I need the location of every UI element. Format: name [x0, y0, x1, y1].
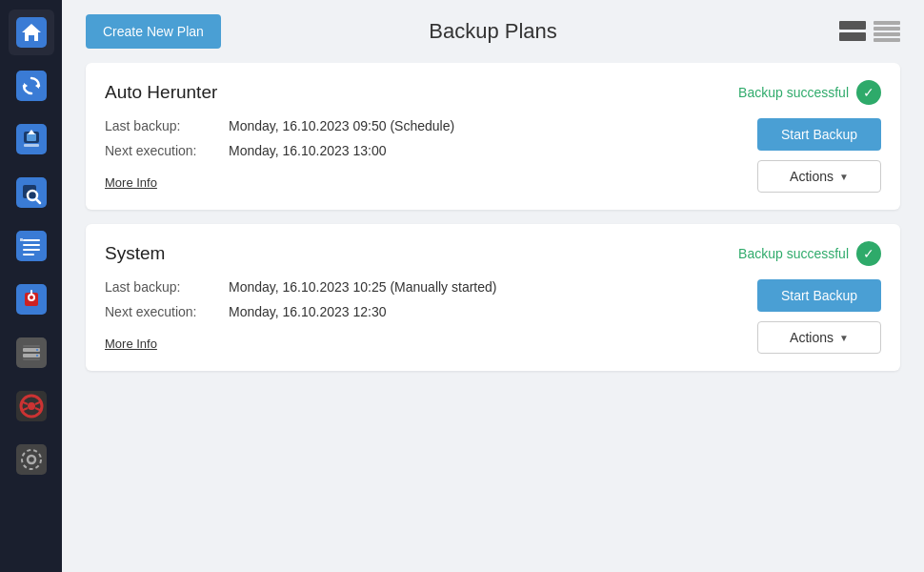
svg-rect-19 — [20, 238, 23, 241]
page-title: Backup Plans — [429, 19, 557, 44]
plan-name-1: Auto Herunter — [105, 82, 217, 103]
last-backup-row-1: Last backup: Monday, 16.10.2023 09:50 (S… — [105, 118, 729, 133]
sidebar-item-tasks[interactable] — [9, 223, 54, 269]
list-view-icon[interactable] — [874, 21, 900, 42]
plan-status-icon-2: ✓ — [856, 241, 881, 266]
svg-rect-44 — [874, 27, 900, 31]
last-backup-label-1: Last backup: — [105, 118, 229, 133]
plan-actions-2: Start Backup Actions ▼ — [748, 279, 881, 354]
sidebar-item-storage[interactable] — [9, 330, 54, 376]
plan-info-2: Last backup: Monday, 16.10.2023 10:25 (M… — [105, 279, 729, 354]
more-info-link-2[interactable]: More Info — [105, 337, 157, 351]
svg-rect-41 — [839, 21, 866, 30]
svg-rect-7 — [27, 133, 36, 141]
plan-name-2: System — [105, 243, 165, 264]
sidebar-item-search[interactable] — [9, 170, 54, 215]
svg-rect-38 — [16, 444, 47, 475]
svg-rect-15 — [23, 239, 40, 241]
sidebar — [0, 0, 62, 572]
start-backup-button-2[interactable]: Start Backup — [757, 279, 881, 312]
plan-info-1: Last backup: Monday, 16.10.2023 09:50 (S… — [105, 118, 729, 193]
svg-point-27 — [36, 349, 38, 351]
plan-card-2: System Backup successful ✓ Last backup: … — [86, 224, 900, 371]
svg-rect-43 — [874, 21, 900, 25]
plans-list: Auto Herunter Backup successful ✓ Last b… — [62, 63, 924, 395]
sidebar-item-home[interactable] — [9, 10, 54, 55]
actions-button-2[interactable]: Actions ▼ — [757, 321, 881, 354]
plan-status-icon-1: ✓ — [856, 80, 881, 105]
plan-body-1: Last backup: Monday, 16.10.2023 09:50 (S… — [105, 118, 881, 193]
next-execution-row-1: Next execution: Monday, 16.10.2023 13:00 — [105, 143, 729, 158]
svg-rect-17 — [23, 249, 40, 251]
last-backup-value-2: Monday, 16.10.2023 10:25 (Manually start… — [229, 279, 496, 295]
plan-status-text-2: Backup successful — [738, 246, 849, 261]
next-execution-value-2: Monday, 16.10.2023 12:30 — [229, 304, 387, 319]
view-toggle — [839, 21, 900, 42]
chevron-down-icon-2: ▼ — [839, 333, 849, 343]
sidebar-item-power[interactable] — [9, 276, 54, 322]
svg-rect-18 — [23, 254, 34, 255]
svg-rect-45 — [874, 32, 900, 36]
last-backup-row-2: Last backup: Monday, 16.10.2023 10:25 (M… — [105, 279, 729, 295]
plan-status-1: Backup successful ✓ — [738, 80, 881, 105]
plan-header-2: System Backup successful ✓ — [105, 241, 881, 266]
plan-body-2: Last backup: Monday, 16.10.2023 10:25 (M… — [105, 279, 881, 354]
page-header: Create New Plan Backup Plans — [62, 0, 924, 63]
next-execution-row-2: Next execution: Monday, 16.10.2023 12:30 — [105, 304, 729, 319]
sidebar-item-help[interactable] — [9, 383, 54, 429]
create-new-plan-button[interactable]: Create New Plan — [86, 14, 221, 49]
start-backup-button-1[interactable]: Start Backup — [757, 118, 881, 151]
sidebar-item-refresh[interactable] — [9, 63, 54, 109]
next-execution-label-1: Next execution: — [105, 143, 229, 158]
chevron-down-icon-1: ▼ — [839, 172, 849, 182]
svg-rect-9 — [24, 144, 39, 147]
last-backup-value-1: Monday, 16.10.2023 09:50 (Schedule) — [229, 118, 454, 133]
next-execution-value-1: Monday, 16.10.2023 13:00 — [229, 143, 387, 158]
plan-card-1: Auto Herunter Backup successful ✓ Last b… — [86, 63, 900, 210]
svg-rect-30 — [23, 358, 40, 360]
svg-point-28 — [36, 355, 38, 357]
svg-rect-24 — [16, 337, 47, 368]
sidebar-item-settings[interactable] — [9, 437, 54, 482]
svg-rect-2 — [16, 71, 47, 101]
svg-rect-46 — [874, 38, 900, 42]
svg-rect-29 — [23, 345, 40, 347]
svg-rect-16 — [23, 244, 40, 246]
main-content: Create New Plan Backup Plans — [62, 0, 924, 572]
plan-actions-1: Start Backup Actions ▼ — [748, 118, 881, 193]
compact-view-icon[interactable] — [839, 21, 866, 42]
svg-rect-42 — [839, 32, 866, 41]
plan-status-text-1: Backup successful — [738, 85, 849, 100]
last-backup-label-2: Last backup: — [105, 279, 229, 295]
sidebar-item-upload[interactable] — [9, 116, 54, 162]
actions-button-1[interactable]: Actions ▼ — [757, 160, 881, 193]
next-execution-label-2: Next execution: — [105, 304, 229, 319]
actions-label-2: Actions — [790, 330, 834, 345]
more-info-link-1[interactable]: More Info — [105, 175, 157, 190]
svg-point-33 — [28, 402, 35, 410]
plan-header-1: Auto Herunter Backup successful ✓ — [105, 80, 881, 105]
plan-status-2: Backup successful ✓ — [738, 241, 881, 266]
actions-label-1: Actions — [790, 169, 834, 184]
